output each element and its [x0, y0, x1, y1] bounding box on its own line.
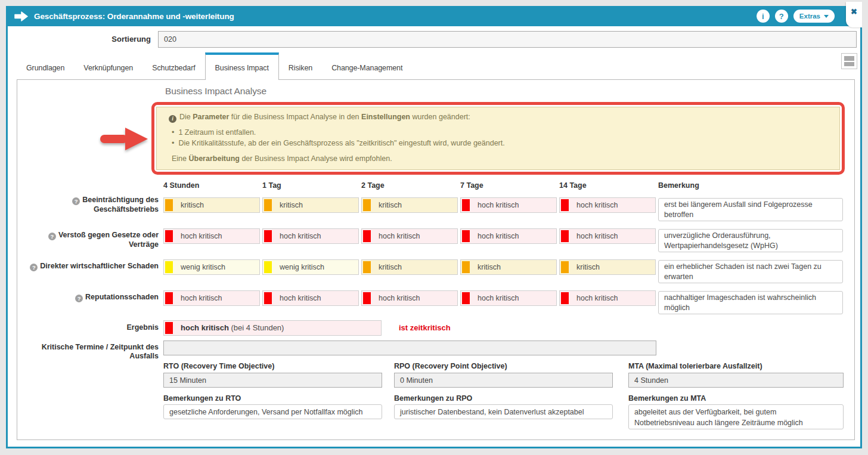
layout-toggle-button[interactable] [841, 53, 857, 69]
bia-cell[interactable]: hoch kritisch [559, 228, 656, 244]
severity-badge [462, 261, 470, 273]
severity-badge [264, 230, 272, 242]
bia-cell[interactable]: kritisch [262, 197, 359, 213]
tab-grundlagen[interactable]: Grundlagen [17, 52, 74, 79]
bia-cell[interactable]: wenig kritisch [163, 259, 260, 275]
tab-risiken[interactable]: Risiken [279, 52, 322, 79]
bia-cell[interactable]: kritisch [361, 197, 458, 213]
warning-intro: iDie Parameter für die Business Impact A… [169, 113, 470, 123]
row-label-reputationsschaden: ?Reputationsschaden [17, 293, 159, 302]
bia-cell[interactable]: hoch kritisch [262, 290, 359, 306]
remark-field[interactable]: unverzügliche Orderausführung, Wertpapie… [658, 229, 843, 252]
info-icon[interactable]: i [757, 10, 770, 23]
help-circle-icon[interactable]: ? [75, 295, 83, 302]
severity-badge [363, 292, 371, 304]
severity-badge [363, 230, 371, 242]
window-title: Geschäftsprozess: Orderannahme und -weit… [34, 12, 234, 21]
zeitkritisch-flag: ist zeitkritisch [399, 323, 451, 332]
column-header: 4 Stunden [163, 181, 199, 190]
tab-bar: Grundlagen Verknüpfungen Schutzbedarf Bu… [17, 52, 412, 80]
rto-input[interactable] [163, 373, 382, 388]
bia-cell[interactable]: hoch kritisch [163, 228, 260, 244]
bia-cell[interactable]: hoch kritisch [262, 228, 359, 244]
warning-footer: Eine Überarbeitung der Business Impact A… [172, 154, 392, 163]
bia-cell[interactable]: kritisch [163, 197, 260, 213]
column-header: 1 Tag [262, 181, 281, 190]
severity-badge [165, 292, 173, 304]
severity-badge [363, 199, 371, 211]
help-circle-icon[interactable]: ? [72, 197, 80, 205]
severity-badge [363, 261, 371, 273]
warning-bullet: Die Kritikalitätsstufe, ab der ein Gesch… [172, 139, 505, 147]
extras-label: Extras [799, 13, 820, 20]
remark-field[interactable]: ein erheblicher Schaden ist nach zwei Ta… [658, 260, 843, 283]
bia-cell[interactable]: wenig kritisch [262, 259, 359, 275]
mta-label: MTA (Maximal tolerierbare Ausfallzeit) [628, 362, 762, 370]
bia-cell[interactable]: hoch kritisch [460, 197, 557, 213]
severity-badge [264, 261, 272, 273]
help-icon[interactable]: ? [775, 10, 788, 23]
bia-cell[interactable]: kritisch [361, 259, 458, 275]
close-icon[interactable]: ✖ [851, 7, 857, 27]
severity-badge [561, 261, 569, 273]
column-header: 2 Tage [361, 181, 385, 190]
business-impact-panel: Business Impact Analyse iDie Parameter f… [17, 79, 855, 440]
kritische-termine-input[interactable] [163, 341, 656, 355]
bia-cell[interactable]: kritisch [559, 259, 656, 275]
severity-badge [264, 292, 272, 304]
severity-badge [165, 199, 173, 211]
warning-bullet: 1 Zeitraum ist entfallen. [172, 128, 256, 137]
bia-cell[interactable]: hoch kritisch [361, 290, 458, 306]
severity-badge [165, 322, 173, 334]
rto-remark-field[interactable]: gesetzliche Anforderungen, Versand per N… [163, 404, 382, 419]
annotation-arrow-icon [99, 126, 149, 154]
row-label-beeintraechtigung: ?Beeinträchtigung des Geschäftsbetriebs [17, 196, 159, 214]
info-circle-icon: i [169, 115, 176, 123]
sortierung-input[interactable] [158, 31, 857, 48]
extras-button[interactable]: Extras [793, 10, 835, 23]
bia-cell[interactable]: hoch kritisch [361, 228, 458, 244]
severity-badge [561, 292, 569, 304]
rpo-remark-field[interactable]: juristischer Datenbestand, kein Datenver… [394, 404, 613, 419]
severity-badge [264, 199, 272, 211]
warning-message-box: iDie Parameter für die Business Impact A… [156, 107, 840, 170]
ergebnis-label: Ergebnis [17, 323, 159, 332]
severity-badge [165, 261, 173, 273]
severity-badge [561, 199, 569, 211]
mta-input[interactable] [628, 373, 844, 388]
bia-cell[interactable]: hoch kritisch [460, 290, 557, 306]
tab-business-impact[interactable]: Business Impact [205, 52, 279, 80]
severity-badge [462, 230, 470, 242]
bia-cell[interactable]: hoch kritisch [163, 290, 260, 306]
rpo-input[interactable] [394, 373, 613, 388]
column-header: 7 Tage [460, 181, 483, 190]
severity-badge [462, 199, 470, 211]
severity-badge [462, 292, 470, 304]
column-header: Bemerkung [658, 181, 699, 190]
kritische-termine-label: Kritische Termine / Zeitpunkt des Ausfal… [17, 343, 159, 361]
severity-badge [561, 230, 569, 242]
app-window: Geschäftsprozess: Orderannahme und -weit… [6, 6, 862, 448]
row-label-wirtschaftlicher-schaden: ?Direkter wirtschaftlicher Schaden [17, 262, 159, 271]
tab-schutzbedarf[interactable]: Schutzbedarf [142, 52, 204, 79]
bia-cell[interactable]: hoch kritisch [460, 228, 557, 244]
remark-field[interactable]: nachhaltiger Imageschaden ist wahrschein… [658, 291, 843, 314]
arrow-right-icon [14, 11, 28, 21]
mta-remark-field[interactable]: abgeleitet aus der Verfügbarkeit, bei gu… [628, 404, 844, 429]
tab-verknuepfungen[interactable]: Verknüpfungen [74, 52, 142, 79]
bia-cell[interactable]: hoch kritisch [559, 197, 656, 213]
mta-remark-label: Bemerkungen zu MTA [628, 394, 706, 403]
annotation-highlight-box: iDie Parameter für die Business Impact A… [151, 102, 845, 175]
tab-change-management[interactable]: Change-Management [322, 52, 412, 79]
bia-cell[interactable]: kritisch [460, 259, 557, 275]
help-circle-icon[interactable]: ? [48, 233, 56, 240]
remark-field[interactable]: erst bei längerem Ausfall sind Folgeproz… [658, 198, 843, 221]
rto-label: RTO (Recovery Time Objective) [163, 362, 274, 370]
column-header: 14 Tage [559, 181, 587, 190]
bia-cell[interactable]: hoch kritisch [559, 290, 656, 306]
ergebnis-value: hoch kritisch (bei 4 Stunden) [163, 320, 382, 336]
caret-down-icon [824, 15, 829, 18]
rpo-remark-label: Bemerkungen zu RPO [394, 394, 472, 403]
help-circle-icon[interactable]: ? [30, 264, 38, 271]
severity-badge [165, 230, 173, 242]
